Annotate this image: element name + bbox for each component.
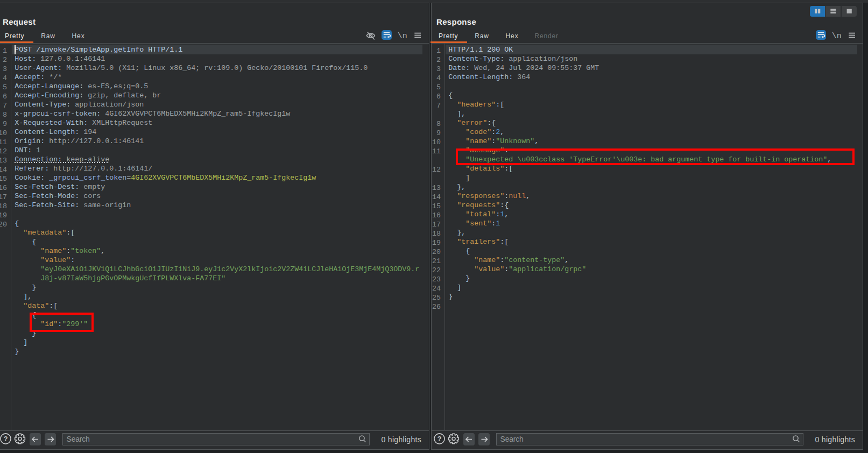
- svg-text:\n: \n: [832, 32, 842, 41]
- svg-text:?: ?: [437, 435, 442, 443]
- svg-text:?: ?: [4, 435, 8, 443]
- svg-text:\n: \n: [397, 32, 407, 41]
